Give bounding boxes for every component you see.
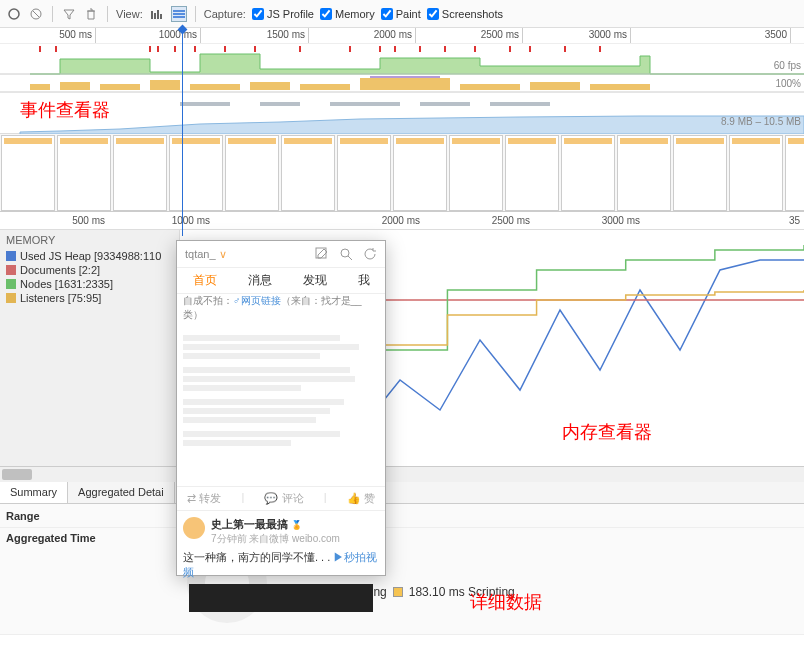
detail-ruler[interactable]: 500 ms1000 ms2000 ms2500 ms3000 ms35: [0, 212, 804, 230]
tab-summary[interactable]: Summary: [0, 482, 68, 503]
flame-view-icon[interactable]: [149, 6, 165, 22]
ruler-tick: 2000 ms: [382, 215, 420, 226]
fps-label: 60 fps: [774, 60, 801, 71]
repost-action: ⇄ 转发: [187, 491, 221, 506]
memory-panel: MEMORY Used JS Heap [9334988:110Document…: [0, 230, 804, 466]
range-label: Range: [6, 510, 176, 522]
svg-rect-40: [490, 102, 550, 106]
svg-rect-33: [530, 82, 580, 90]
popup-tab: 发现: [303, 272, 327, 289]
trash-icon[interactable]: [83, 6, 99, 22]
toolbar: View: Capture: JS Profile Memory Paint S…: [0, 0, 804, 28]
heavy-view-icon[interactable]: [171, 6, 187, 22]
cb-memory[interactable]: Memory: [320, 8, 375, 20]
filmstrip-thumb[interactable]: [225, 135, 279, 211]
aggregated-time-row: Aggregated Time 3.44 s 2.31 ms Loading18…: [0, 528, 804, 635]
popup-body: [177, 326, 385, 486]
ruler-tick: 1000 ms: [159, 29, 200, 40]
svg-rect-39: [420, 102, 470, 106]
range-row: Range: [0, 504, 804, 528]
memory-legend-item[interactable]: Listeners [75:95]: [6, 292, 173, 304]
ruler-tick: 500 ms: [59, 29, 95, 40]
svg-rect-31: [360, 78, 450, 90]
svg-rect-26: [100, 84, 140, 90]
view-label: View:: [116, 8, 143, 20]
filmstrip-thumb[interactable]: [505, 135, 559, 211]
ruler-tick: 35: [789, 215, 800, 226]
capture-label: Capture:: [204, 8, 246, 20]
like-action: 👍 赞: [347, 491, 375, 506]
svg-point-44: [341, 249, 349, 257]
memory-legend: MEMORY Used JS Heap [9334988:110Document…: [0, 230, 180, 466]
cb-js-profile[interactable]: JS Profile: [252, 8, 314, 20]
memory-legend-item[interactable]: Used JS Heap [9334988:110: [6, 250, 173, 262]
svg-rect-37: [260, 102, 300, 106]
svg-rect-24: [30, 84, 50, 90]
ruler-tick: 2000 ms: [374, 29, 415, 40]
svg-rect-32: [460, 84, 520, 90]
tab-aggregated[interactable]: Aggregated Detai: [68, 482, 175, 503]
memory-title: MEMORY: [6, 234, 173, 246]
popup-tab: 首页: [193, 272, 217, 289]
overview-ruler[interactable]: 500 ms1000 ms1500 ms2000 ms2500 ms3000 m…: [0, 28, 804, 44]
ruler-tick: 3000 ms: [602, 215, 640, 226]
ruler-tick: 3500: [765, 29, 790, 40]
cb-screenshots[interactable]: Screenshots: [427, 8, 503, 20]
filmstrip-thumb[interactable]: [449, 135, 503, 211]
memory-legend-item[interactable]: Nodes [1631:2335]: [6, 278, 173, 290]
filmstrip[interactable]: [0, 134, 804, 212]
ruler-tick: 2500 ms: [481, 29, 522, 40]
agg-item: 183.10 ms Scripting: [393, 585, 515, 599]
ruler-tick: 1500 ms: [267, 29, 308, 40]
search-icon: [339, 247, 353, 261]
filmstrip-thumb[interactable]: [785, 135, 804, 211]
popup-post: 史上第一最最搞 🏅 7分钟前 来自微博 weibo.com 这一种痛，南方的同学…: [177, 511, 385, 618]
svg-line-45: [348, 256, 352, 260]
ruler-tick: 3000 ms: [589, 29, 630, 40]
svg-rect-25: [60, 82, 90, 90]
ruler-tick: 500 ms: [72, 215, 105, 226]
compose-icon: [315, 247, 329, 261]
filmstrip-thumb[interactable]: [393, 135, 447, 211]
aggregated-time-label: Aggregated Time: [6, 532, 176, 544]
filmstrip-thumb[interactable]: [281, 135, 335, 211]
filmstrip-thumb[interactable]: [57, 135, 111, 211]
popup-tab: 消息: [248, 272, 272, 289]
overview-svg: [0, 44, 804, 134]
horizontal-scrollbar[interactable]: [0, 466, 804, 482]
filter-icon[interactable]: [61, 6, 77, 22]
svg-rect-28: [190, 84, 240, 90]
svg-rect-34: [590, 84, 650, 90]
filmstrip-thumb[interactable]: [1, 135, 55, 211]
svg-line-2: [33, 11, 39, 17]
post-image: [189, 584, 373, 612]
record-icon[interactable]: [6, 6, 22, 22]
filmstrip-thumb[interactable]: [561, 135, 615, 211]
stop-icon[interactable]: [28, 6, 44, 22]
memory-legend-item[interactable]: Documents [2:2]: [6, 264, 173, 276]
summary-tabs: Summary Aggregated Detai: [0, 482, 804, 504]
popup-username: tqtan_ ∨: [185, 248, 227, 261]
filmstrip-thumb[interactable]: [617, 135, 671, 211]
mem-range-label: 8.9 MB – 10.5 MB: [721, 116, 801, 127]
filmstrip-thumb[interactable]: [673, 135, 727, 211]
svg-rect-30: [300, 84, 350, 90]
svg-rect-36: [180, 102, 230, 106]
filmstrip-thumb[interactable]: [729, 135, 783, 211]
svg-point-0: [9, 9, 19, 19]
filmstrip-thumb[interactable]: [337, 135, 391, 211]
cpu-pct-label: 100%: [775, 78, 801, 89]
comment-action: 💬 评论: [264, 491, 303, 506]
cb-paint[interactable]: Paint: [381, 8, 421, 20]
ruler-tick: 2500 ms: [492, 215, 530, 226]
avatar: [183, 517, 205, 539]
overview-panel[interactable]: 60 fps 100% 8.9 MB – 10.5 MB: [0, 44, 804, 134]
ruler-tick: 1000 ms: [172, 215, 210, 226]
svg-rect-38: [330, 102, 400, 106]
svg-rect-29: [250, 82, 290, 90]
popup-tab: 我: [358, 272, 370, 289]
filmstrip-thumb[interactable]: [169, 135, 223, 211]
popup-tabs: 首页消息发现我: [177, 268, 385, 294]
popup-subhead: 自成不拍：♂网页链接（来自：找才是__类）: [177, 294, 385, 326]
filmstrip-thumb[interactable]: [113, 135, 167, 211]
